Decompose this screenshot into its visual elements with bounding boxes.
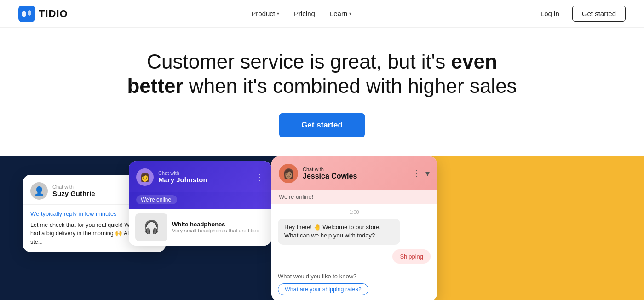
nav-links: Product ▾ Pricing Learn ▾ (251, 10, 351, 17)
logo-text: TIDIO (39, 8, 68, 20)
mary-header-left: 👩 Chat with Mary Johnston (136, 168, 207, 186)
nav-product[interactable]: Product ▾ (251, 10, 279, 17)
login-button[interactable]: Log in (535, 6, 565, 21)
jessica-header-icons: ⋮ ▾ (413, 168, 430, 179)
what-know-text: What would you like to know? (278, 273, 431, 280)
product-image: 🎧 (135, 213, 167, 241)
hero-cta-button[interactable]: Get started (279, 113, 365, 137)
shipping-bubble: Shipping (392, 249, 431, 264)
jessica-info: Chat with Jessica Cowles (303, 167, 357, 180)
mary-card-header: 👩 Chat with Mary Johnston ⋮ (129, 161, 271, 192)
message-time: 1:00 (278, 209, 431, 215)
navbar: TIDIO Product ▾ Pricing Learn ▾ Log in G… (0, 0, 644, 28)
product-name: White headphones (172, 221, 259, 228)
learn-chevron-icon: ▾ (349, 11, 351, 16)
mary-online-badge: We're online! (136, 195, 177, 204)
collapse-icon[interactable]: ▾ (426, 168, 430, 179)
more-options-icon[interactable]: ⋮ (413, 168, 421, 179)
mary-avatar: 👩 (136, 168, 154, 186)
logo-area: TIDIO (18, 6, 68, 22)
mary-menu-icon[interactable]: ⋮ (256, 172, 264, 182)
chat-card-mary: 👩 Chat with Mary Johnston ⋮ We're online… (129, 161, 271, 246)
chat-showcase: 👤 Chat with Suzy Guthrie We typically re… (0, 156, 644, 300)
hero-section: Customer service is great, but it's even… (0, 28, 644, 152)
tidio-logo-icon (18, 6, 35, 22)
chat-card-jessica: 👩🏽 Chat with Jessica Cowles ⋮ ▾ We're on… (271, 156, 437, 300)
nav-actions: Log in Get started (535, 6, 626, 22)
mary-product-section: 🎧 White headphones Very small headphones… (129, 209, 271, 246)
suzy-avatar: 👤 (30, 182, 48, 200)
get-started-nav-button[interactable]: Get started (572, 6, 626, 22)
mary-info: Chat with Mary Johnston (158, 170, 207, 184)
hero-title: Customer service is great, but it's even… (124, 50, 520, 98)
jessica-header-left: 👩🏽 Chat with Jessica Cowles (279, 164, 357, 183)
suzy-info: Chat with Suzy Guthrie (52, 184, 95, 197)
product-chevron-icon: ▾ (277, 11, 279, 16)
nav-pricing[interactable]: Pricing (294, 10, 315, 17)
jessica-messages: 1:00 Hey there! 🤚 Welcome to our store. … (271, 204, 437, 300)
svg-point-2 (28, 10, 31, 16)
nav-learn[interactable]: Learn ▾ (330, 10, 351, 17)
jessica-online-section: We're online! (271, 190, 437, 204)
mary-online-section: We're online! (129, 192, 271, 209)
product-desc: Very small headphones that are fitted (172, 228, 259, 233)
jessica-avatar: 👩🏽 (279, 164, 298, 183)
jessica-online-text: We're online! (279, 193, 313, 200)
product-info: White headphones Very small headphones t… (172, 221, 259, 233)
jessica-card-header: 👩🏽 Chat with Jessica Cowles ⋮ ▾ (271, 156, 437, 190)
svg-rect-0 (18, 6, 35, 22)
welcome-bubble: Hey there! 🤚 Welcome to our store. What … (278, 219, 400, 245)
shipping-rates-link[interactable]: What are your shipping rates? (278, 283, 368, 295)
svg-point-1 (22, 11, 26, 17)
